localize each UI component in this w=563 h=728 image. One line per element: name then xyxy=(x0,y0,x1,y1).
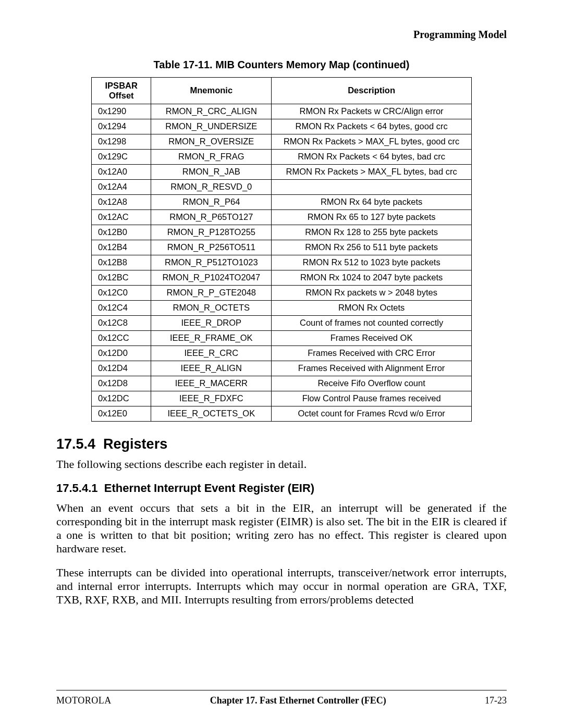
eir-para-2: These interrupts can be divided into ope… xyxy=(56,566,507,607)
cell-mnemonic: IEEE_R_FRAME_OK xyxy=(151,330,272,346)
table-row: 0x12A8RMON_R_P64RMON Rx 64 byte packets xyxy=(92,194,472,209)
cell-description: Count of frames not counted correctly xyxy=(272,315,472,330)
cell-description: RMON Rx 64 byte packets xyxy=(272,194,472,209)
subsection-title: Ethernet Interrupt Event Register (EIR) xyxy=(104,482,314,495)
table-row: 0x12B8RMON_R_P512TO1023RMON Rx 512 to 10… xyxy=(92,255,472,270)
cell-mnemonic: RMON_R_P128TO255 xyxy=(151,225,272,240)
cell-description: Receive Fifo Overflow count xyxy=(272,376,472,391)
cell-description: Frames Received with CRC Error xyxy=(272,346,472,361)
cell-description: RMON Rx 256 to 511 byte packets xyxy=(272,240,472,255)
section-title: Registers xyxy=(103,436,167,452)
col-header-offset-l2: Offset xyxy=(109,91,134,100)
page-header-right: Programming Model xyxy=(56,29,507,41)
footer-center: Chapter 17. Fast Ethernet Controller (FE… xyxy=(210,695,386,706)
footer-rule xyxy=(56,690,507,690)
cell-description: RMON Rx 1024 to 2047 byte packets xyxy=(272,270,472,285)
cell-description: RMON Rx 512 to 1023 byte packets xyxy=(272,255,472,270)
table-row: 0x12ACRMON_R_P65TO127RMON Rx 65 to 127 b… xyxy=(92,209,472,225)
cell-offset: 0x1294 xyxy=(92,119,151,134)
cell-mnemonic: IEEE_R_FDXFC xyxy=(151,391,272,406)
cell-description: Frames Received OK xyxy=(272,330,472,346)
cell-offset: 0x12B8 xyxy=(92,255,151,270)
cell-mnemonic: IEEE_R_OCTETS_OK xyxy=(151,406,272,421)
cell-description: RMON Rx 128 to 255 byte packets xyxy=(272,225,472,240)
cell-offset: 0x12BC xyxy=(92,270,151,285)
eir-para-1: When an event occurs that sets a bit in … xyxy=(56,501,507,556)
table-row: 0x12BCRMON_R_P1024TO2047RMON Rx 1024 to … xyxy=(92,270,472,285)
col-header-offset-l1: IPSBAR xyxy=(105,81,138,90)
cell-description xyxy=(272,179,472,194)
table-row: 0x12B4RMON_R_P256TO511RMON Rx 256 to 511… xyxy=(92,240,472,255)
cell-description: RMON Rx 65 to 127 byte packets xyxy=(272,209,472,225)
cell-mnemonic: RMON_R_FRAG xyxy=(151,149,272,164)
cell-offset: 0x12A0 xyxy=(92,164,151,179)
col-header-mnemonic: Mnemonic xyxy=(151,78,272,104)
cell-description: Frames Received with Alignment Error xyxy=(272,361,472,376)
table-row: 0x1294RMON_R_UNDERSIZERMON Rx Packets < … xyxy=(92,119,472,134)
table-row: 0x1298RMON_R_OVERSIZERMON Rx Packets > M… xyxy=(92,134,472,149)
cell-offset: 0x12D0 xyxy=(92,346,151,361)
table-row: 0x12C0RMON_R_P_GTE2048RMON Rx packets w … xyxy=(92,285,472,300)
table-row: 0x12A4RMON_R_RESVD_0 xyxy=(92,179,472,194)
cell-mnemonic: RMON_R_P512TO1023 xyxy=(151,255,272,270)
cell-offset: 0x12A8 xyxy=(92,194,151,209)
cell-mnemonic: RMON_R_OCTETS xyxy=(151,300,272,315)
table-row: 0x12E0IEEE_R_OCTETS_OKOctet count for Fr… xyxy=(92,406,472,421)
cell-offset: 0x1290 xyxy=(92,104,151,119)
cell-offset: 0x12C8 xyxy=(92,315,151,330)
cell-description: Octet count for Frames Rcvd w/o Error xyxy=(272,406,472,421)
cell-mnemonic: IEEE_R_CRC xyxy=(151,346,272,361)
cell-offset: 0x12D8 xyxy=(92,376,151,391)
cell-description: RMON Rx Packets > MAX_FL bytes, good crc xyxy=(272,134,472,149)
col-header-description: Description xyxy=(272,78,472,104)
table-row: 0x12D8IEEE_R_MACERRReceive Fifo Overflow… xyxy=(92,376,472,391)
section-heading-registers: 17.5.4 Registers xyxy=(56,436,507,452)
cell-offset: 0x12CC xyxy=(92,330,151,346)
cell-offset: 0x12E0 xyxy=(92,406,151,421)
cell-mnemonic: IEEE_R_DROP xyxy=(151,315,272,330)
table-row: 0x12DCIEEE_R_FDXFCFlow Control Pause fra… xyxy=(92,391,472,406)
table-row: 0x12B0RMON_R_P128TO255RMON Rx 128 to 255… xyxy=(92,225,472,240)
cell-description: RMON Rx Octets xyxy=(272,300,472,315)
subsection-heading-eir: 17.5.4.1 Ethernet Interrupt Event Regist… xyxy=(56,482,507,495)
col-header-offset: IPSBAR Offset xyxy=(92,78,151,104)
cell-mnemonic: RMON_R_CRC_ALIGN xyxy=(151,104,272,119)
cell-offset: 0x12AC xyxy=(92,209,151,225)
page-footer: MOTOROLA Chapter 17. Fast Ethernet Contr… xyxy=(56,695,507,706)
cell-description: RMON Rx Packets < 64 bytes, good crc xyxy=(272,119,472,134)
cell-offset: 0x12C4 xyxy=(92,300,151,315)
cell-offset: 0x129C xyxy=(92,149,151,164)
cell-offset: 0x12C0 xyxy=(92,285,151,300)
subsection-number: 17.5.4.1 xyxy=(56,482,98,495)
cell-description: RMON Rx Packets w CRC/Align error xyxy=(272,104,472,119)
cell-mnemonic: RMON_R_P64 xyxy=(151,194,272,209)
table-caption: Table 17-11. MIB Counters Memory Map (co… xyxy=(56,59,507,71)
cell-offset: 0x12B0 xyxy=(92,225,151,240)
table-row: 0x12CCIEEE_R_FRAME_OKFrames Received OK xyxy=(92,330,472,346)
cell-mnemonic: RMON_R_P256TO511 xyxy=(151,240,272,255)
cell-offset: 0x1298 xyxy=(92,134,151,149)
cell-mnemonic: RMON_R_JAB xyxy=(151,164,272,179)
footer-left: MOTOROLA xyxy=(56,695,112,706)
section-intro: The following sections describe each reg… xyxy=(56,458,507,471)
cell-mnemonic: RMON_R_P_GTE2048 xyxy=(151,285,272,300)
table-row: 0x1290RMON_R_CRC_ALIGNRMON Rx Packets w … xyxy=(92,104,472,119)
table-row: 0x12C8IEEE_R_DROPCount of frames not cou… xyxy=(92,315,472,330)
cell-mnemonic: IEEE_R_MACERR xyxy=(151,376,272,391)
table-row: 0x12A0RMON_R_JABRMON Rx Packets > MAX_FL… xyxy=(92,164,472,179)
table-row: 0x12D0IEEE_R_CRCFrames Received with CRC… xyxy=(92,346,472,361)
cell-mnemonic: RMON_R_P1024TO2047 xyxy=(151,270,272,285)
cell-mnemonic: RMON_R_P65TO127 xyxy=(151,209,272,225)
cell-mnemonic: RMON_R_RESVD_0 xyxy=(151,179,272,194)
mib-counters-table: IPSBAR Offset Mnemonic Description 0x129… xyxy=(91,77,472,422)
cell-mnemonic: RMON_R_OVERSIZE xyxy=(151,134,272,149)
footer-right: 17-23 xyxy=(485,695,507,706)
section-number: 17.5.4 xyxy=(56,436,95,452)
cell-mnemonic: RMON_R_UNDERSIZE xyxy=(151,119,272,134)
cell-description: RMON Rx Packets < 64 bytes, bad crc xyxy=(272,149,472,164)
table-row: 0x129CRMON_R_FRAGRMON Rx Packets < 64 by… xyxy=(92,149,472,164)
cell-mnemonic: IEEE_R_ALIGN xyxy=(151,361,272,376)
cell-offset: 0x12B4 xyxy=(92,240,151,255)
cell-offset: 0x12A4 xyxy=(92,179,151,194)
cell-offset: 0x12D4 xyxy=(92,361,151,376)
